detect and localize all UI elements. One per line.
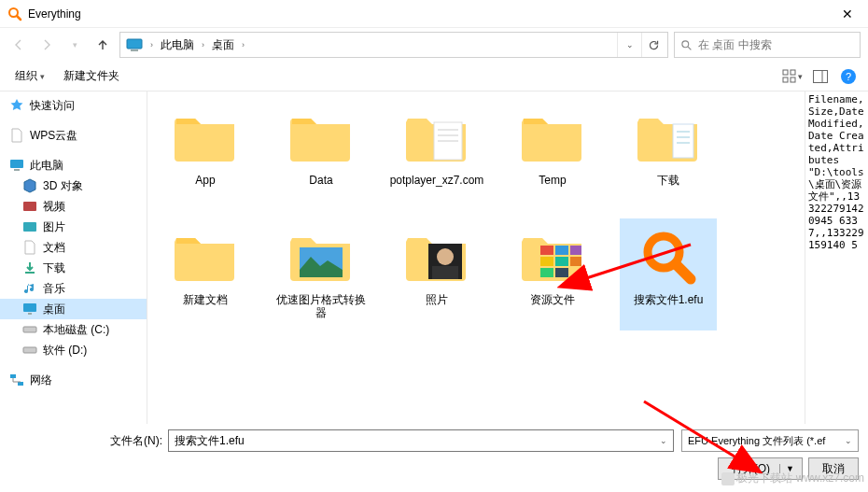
- file-item[interactable]: Data: [273, 99, 370, 211]
- search-input[interactable]: 在 桌面 中搜索: [674, 32, 861, 58]
- new-folder-button[interactable]: 新建文件夹: [56, 64, 127, 88]
- svg-rect-13: [14, 169, 20, 171]
- sidebar-item-drive-d[interactable]: 软件 (D:): [0, 340, 147, 360]
- svg-rect-14: [23, 202, 36, 211]
- sidebar-item-pictures[interactable]: 图片: [0, 217, 147, 237]
- svg-rect-33: [432, 266, 458, 279]
- svg-rect-2: [127, 39, 142, 49]
- svg-rect-10: [814, 70, 828, 82]
- file-item-selected[interactable]: 搜索文件1.efu: [620, 218, 717, 330]
- video-icon: [22, 199, 37, 214]
- address-dropdown[interactable]: ⌄: [617, 33, 641, 57]
- chevron-right-icon: ›: [147, 40, 157, 49]
- desktop-icon: [22, 302, 37, 316]
- svg-rect-21: [18, 382, 23, 386]
- svg-rect-38: [555, 257, 568, 266]
- svg-rect-3: [131, 49, 138, 51]
- organize-menu[interactable]: 组织▾: [7, 64, 52, 88]
- svg-rect-16: [23, 303, 36, 312]
- file-grid[interactable]: App Data potplayer_xz7.com Temp 下载 新建文档: [147, 91, 805, 424]
- star-icon: [9, 98, 24, 113]
- svg-rect-40: [540, 268, 553, 277]
- folder-icon: [288, 111, 354, 163]
- document-icon: [22, 240, 37, 255]
- forward-button[interactable]: [35, 34, 58, 56]
- folder-thumbnails-icon: [520, 231, 585, 283]
- file-item[interactable]: Temp: [504, 99, 601, 211]
- svg-rect-7: [791, 70, 795, 75]
- breadcrumb-item[interactable]: 桌面: [208, 37, 238, 53]
- file-item[interactable]: 照片: [388, 218, 485, 330]
- svg-rect-39: [570, 257, 581, 266]
- chevron-right-icon: ›: [238, 40, 248, 49]
- sidebar-wps[interactable]: WPS云盘: [0, 125, 147, 146]
- view-icons-button[interactable]: ▾: [780, 65, 805, 88]
- svg-rect-20: [10, 374, 16, 378]
- efu-file-icon: [638, 227, 698, 287]
- breadcrumb-item[interactable]: 此电脑: [157, 37, 198, 53]
- svg-rect-9: [791, 77, 795, 82]
- folder-icon: [520, 111, 585, 163]
- document-icon: [9, 128, 24, 143]
- up-button[interactable]: [91, 34, 114, 56]
- folder-icon: [173, 111, 238, 163]
- sidebar-quick-access[interactable]: 快速访问: [0, 95, 147, 116]
- svg-line-1: [17, 16, 21, 20]
- search-icon: [680, 39, 693, 51]
- svg-point-4: [682, 40, 689, 47]
- svg-line-43: [676, 264, 691, 279]
- svg-rect-6: [783, 70, 788, 75]
- refresh-button[interactable]: [641, 33, 665, 57]
- svg-rect-35: [555, 246, 568, 255]
- music-icon: [22, 281, 37, 296]
- svg-rect-26: [673, 124, 693, 158]
- sidebar-item-videos[interactable]: 视频: [0, 196, 147, 217]
- file-item[interactable]: 优速图片格式转换器: [273, 218, 370, 330]
- history-dropdown[interactable]: ▾: [63, 34, 86, 56]
- sidebar-item-music[interactable]: 音乐: [0, 278, 147, 299]
- sidebar-item-downloads[interactable]: 下载: [0, 258, 147, 278]
- svg-point-32: [437, 248, 454, 265]
- pc-icon: [126, 38, 143, 51]
- filename-label: 文件名(N):: [9, 433, 168, 449]
- network-icon: [9, 373, 24, 387]
- svg-rect-37: [540, 257, 553, 266]
- sidebar-item-documents[interactable]: 文档: [0, 237, 147, 258]
- picture-icon: [22, 219, 37, 234]
- svg-line-5: [688, 47, 691, 49]
- help-button[interactable]: ?: [836, 65, 861, 88]
- file-item[interactable]: potplayer_xz7.com: [388, 99, 485, 211]
- window-title: Everything: [28, 7, 829, 21]
- filename-input[interactable]: 搜索文件1.efu ⌄: [168, 429, 674, 452]
- svg-rect-17: [28, 313, 32, 315]
- drive-icon: [22, 322, 37, 337]
- file-item[interactable]: 资源文件: [504, 218, 601, 330]
- address-bar[interactable]: › 此电脑 › 桌面 › ⌄: [119, 32, 668, 58]
- pc-icon: [9, 158, 24, 173]
- svg-rect-12: [10, 160, 23, 168]
- svg-rect-36: [570, 246, 581, 255]
- file-item[interactable]: 新建文档: [157, 218, 254, 330]
- file-item[interactable]: App: [157, 99, 254, 211]
- chevron-down-icon[interactable]: ⌄: [660, 436, 667, 445]
- sidebar-network[interactable]: 网络: [0, 370, 147, 390]
- sidebar-this-pc[interactable]: 此电脑: [0, 155, 147, 176]
- file-item[interactable]: 下载: [620, 99, 717, 211]
- sidebar-item-drive-c[interactable]: 本地磁盘 (C:): [0, 319, 147, 340]
- svg-rect-15: [23, 222, 36, 232]
- svg-rect-41: [555, 268, 568, 277]
- svg-rect-34: [540, 246, 553, 255]
- folder-doc-icon: [636, 111, 701, 163]
- sidebar-item-desktop[interactable]: 桌面: [0, 299, 147, 319]
- preview-pane: Filename,Size,Date Modified,Date Created…: [805, 91, 868, 424]
- sidebar-item-3d[interactable]: 3D 对象: [0, 176, 147, 196]
- svg-rect-8: [783, 77, 788, 82]
- back-button[interactable]: [7, 34, 30, 56]
- cube-icon: [22, 178, 37, 193]
- close-button[interactable]: ✕: [829, 7, 866, 21]
- folder-photo-icon: [404, 231, 469, 283]
- preview-pane-button[interactable]: [808, 65, 833, 88]
- svg-rect-19: [23, 347, 36, 353]
- filter-select[interactable]: EFU Everything 文件列表 (*.ef ⌄: [681, 429, 859, 452]
- search-placeholder: 在 桌面 中搜索: [698, 37, 772, 53]
